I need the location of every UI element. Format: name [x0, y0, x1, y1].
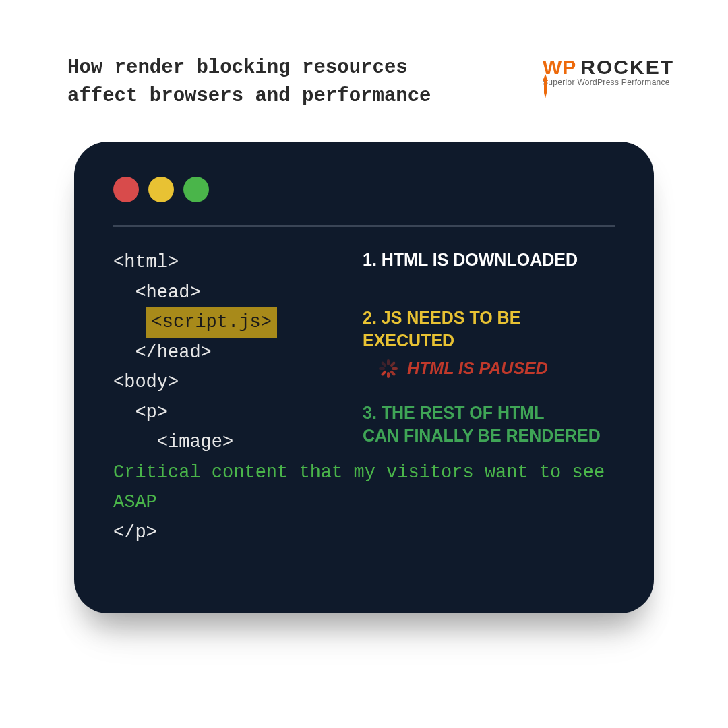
step-3-line-2: CAN FINALLY BE RENDERED: [363, 426, 601, 445]
script-highlight: <script.js>: [146, 307, 277, 338]
rocket-icon: [540, 74, 551, 98]
code-line: <head>: [113, 278, 342, 308]
brand-rocket-text: ROCKET: [580, 58, 674, 76]
window-traffic-lights: [113, 177, 615, 202]
code-line-highlighted: <script.js>: [113, 307, 342, 338]
code-line: <image>: [113, 427, 342, 458]
loading-spinner-icon: [379, 359, 398, 378]
code-line: <html>: [113, 247, 342, 278]
step-2: 2. JS NEEDS TO BE EXECUTED: [363, 307, 615, 353]
close-icon: [113, 177, 139, 202]
brand-wp-text: WP: [543, 58, 576, 76]
maximize-icon: [183, 177, 209, 202]
title-line-2: affect browsers and performance: [67, 85, 431, 107]
code-column: <html> <head> <script.js> </head> <body>…: [113, 247, 342, 458]
terminal-window: <html> <head> <script.js> </head> <body>…: [74, 142, 654, 613]
step-3: 3. THE REST OF HTML CAN FINALLY BE RENDE…: [363, 402, 615, 448]
code-line: </p>: [113, 518, 615, 548]
code-line: <p>: [113, 398, 342, 428]
brand-logo: WP ROCKET Superior WordPress Performance: [543, 54, 674, 87]
divider: [113, 225, 615, 227]
step-1: 1. HTML IS DOWNLOADED: [363, 249, 615, 272]
steps-column: 1. HTML IS DOWNLOADED 2. JS NEEDS TO BE …: [363, 247, 615, 458]
critical-content-text: Critical content that my visitors want t…: [113, 458, 615, 518]
minimize-icon: [148, 177, 174, 202]
page-title: How render blocking resources affect bro…: [67, 54, 431, 111]
step-2-sub-label: HTML IS PAUSED: [407, 357, 548, 380]
brand-tagline: Superior WordPress Performance: [543, 78, 674, 87]
code-line: </head>: [113, 338, 342, 368]
code-line: <body>: [113, 367, 342, 398]
step-2-sub: HTML IS PAUSED: [363, 357, 615, 380]
step-3-line-1: 3. THE REST OF HTML: [363, 403, 544, 422]
title-line-1: How render blocking resources: [67, 57, 408, 79]
header: How render blocking resources affect bro…: [67, 54, 674, 111]
